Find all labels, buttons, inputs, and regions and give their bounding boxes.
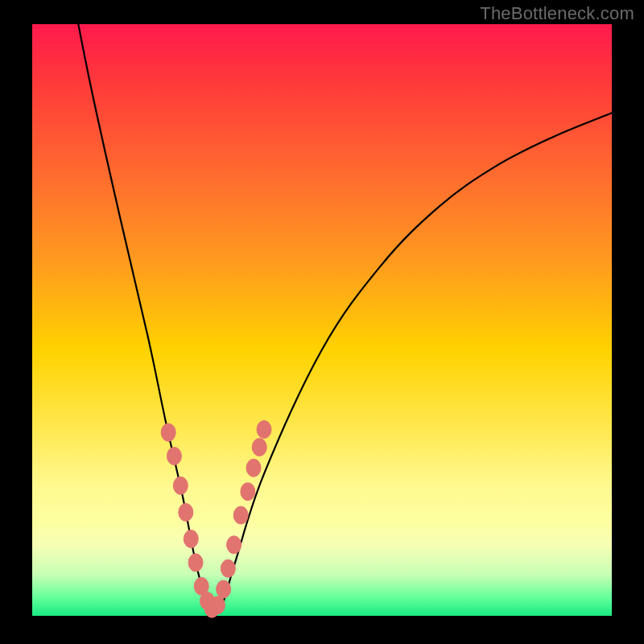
marker-bead [233, 506, 248, 524]
marker-group [161, 420, 271, 617]
marker-bead [188, 554, 203, 572]
marker-bead [257, 420, 271, 438]
marker-bead [241, 483, 255, 501]
marker-bead [179, 503, 193, 521]
marker-bead [210, 597, 225, 614]
chart-svg [32, 24, 612, 616]
marker-bead [184, 530, 198, 547]
chart-frame: TheBottleneck.com [0, 0, 644, 644]
marker-bead [173, 477, 188, 494]
marker-bead [221, 559, 235, 577]
marker-bead [227, 536, 242, 554]
watermark-text: TheBottleneck.com [480, 3, 634, 24]
marker-bead [167, 448, 181, 465]
plot-area [32, 24, 612, 616]
marker-bead [252, 439, 266, 456]
marker-bead [161, 423, 175, 441]
marker-bead [217, 580, 231, 598]
bottleneck-curve [67, 0, 612, 610]
marker-bead [246, 459, 261, 477]
